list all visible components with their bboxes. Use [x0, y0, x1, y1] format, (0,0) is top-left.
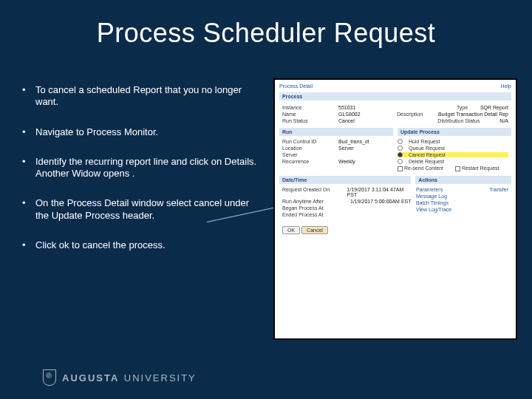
- list-item: Identify the recurring report line and c…: [22, 156, 259, 180]
- radio-label: Cancel Request: [409, 152, 446, 157]
- radio-hold-request[interactable]: Hold Request: [398, 139, 508, 144]
- section-header-update: Update Process: [398, 128, 511, 136]
- radio-label: Delete Request: [409, 159, 444, 164]
- section-header-process: Process: [279, 92, 511, 100]
- action-batch-timings[interactable]: Batch Timings: [416, 200, 449, 205]
- label-server: Server: [282, 152, 334, 157]
- label-diststatus: Distribution Status: [437, 118, 495, 123]
- value-type: SQR Report: [480, 105, 508, 110]
- value-reqcreated: 1/19/2017 3:11:04.47AM PST: [347, 187, 412, 197]
- section-header-run: Run: [279, 128, 393, 136]
- footer-logo: AUGUSTA UNIVERSITY: [43, 369, 197, 386]
- process-detail-screenshot: Process Detail Help Process Instance 551…: [273, 78, 517, 340]
- label-name: Name: [282, 112, 334, 117]
- action-message-log[interactable]: Message Log: [416, 194, 447, 199]
- checkbox-resend-content[interactable]: Re-send Content: [398, 166, 443, 171]
- value-description: Budget Transaction Detail Rep: [438, 112, 508, 117]
- value-location: Server: [338, 146, 354, 151]
- cancel-button[interactable]: Cancel: [301, 226, 328, 234]
- label-instance: Instance: [282, 105, 334, 110]
- radio-delete-request[interactable]: Delete Request: [398, 159, 508, 164]
- label-runctl: Run Control ID: [282, 139, 334, 144]
- label-location: Location: [282, 146, 334, 151]
- section-header-actions: Actions: [415, 176, 511, 184]
- brand-text-1: AUGUSTA: [62, 372, 119, 383]
- list-item: Click ok to cancel the process.: [22, 239, 259, 251]
- section-header-datetime: Date/Time: [279, 176, 411, 184]
- value-runstatus: Cancel: [338, 118, 355, 123]
- label-reqcreated: Request Created On: [282, 187, 343, 197]
- radio-label: Queue Request: [409, 146, 445, 151]
- value-name: GLS8002: [338, 112, 361, 117]
- help-link[interactable]: Help: [501, 83, 511, 89]
- checkbox-label: Re-send Content: [404, 166, 443, 171]
- page-title: Process Scheduler Request: [0, 0, 532, 49]
- value-runafter: 1/19/2017 5:00:00AM EST: [350, 199, 412, 204]
- list-item: Navigate to Process Monitor.: [22, 126, 259, 138]
- window-title: Process Detail: [279, 83, 313, 89]
- label-began: Began Process At: [282, 205, 346, 211]
- content-area: To cancel a scheduled Report that you no…: [0, 74, 532, 369]
- checkbox-restart-request[interactable]: Restart Request: [455, 166, 499, 171]
- checkbox-label: Restart Request: [462, 166, 499, 171]
- value-runctl: Bud_trans_dt: [338, 139, 369, 144]
- action-view-log-trace[interactable]: View Log/Trace: [416, 207, 451, 212]
- brand-text-2: UNIVERSITY: [124, 372, 197, 383]
- shield-icon: [43, 369, 56, 386]
- value-recurrence: Weekly: [338, 159, 355, 164]
- label-description: Description: [397, 112, 434, 117]
- instruction-panel: To cancel a scheduled Report that you no…: [22, 84, 259, 269]
- radio-queue-request[interactable]: Queue Request: [398, 146, 508, 151]
- list-item: To cancel a scheduled Report that you no…: [22, 84, 259, 109]
- value-instance: 551031: [338, 105, 355, 110]
- action-parameters[interactable]: Parameters: [416, 187, 443, 192]
- radio-cancel-request[interactable]: Cancel Request: [398, 152, 508, 157]
- label-runafter: Run Anytime After: [282, 199, 346, 204]
- label-runstatus: Run Status: [282, 118, 334, 123]
- label-type: Type: [457, 105, 476, 110]
- action-transfer[interactable]: Transfer: [489, 187, 508, 192]
- label-ended: Ended Process At: [282, 212, 346, 217]
- value-diststatus: N/A: [499, 118, 508, 123]
- ok-button[interactable]: OK: [282, 226, 300, 234]
- label-recurrence: Recurrence: [282, 159, 334, 164]
- radio-label: Hold Request: [409, 139, 440, 144]
